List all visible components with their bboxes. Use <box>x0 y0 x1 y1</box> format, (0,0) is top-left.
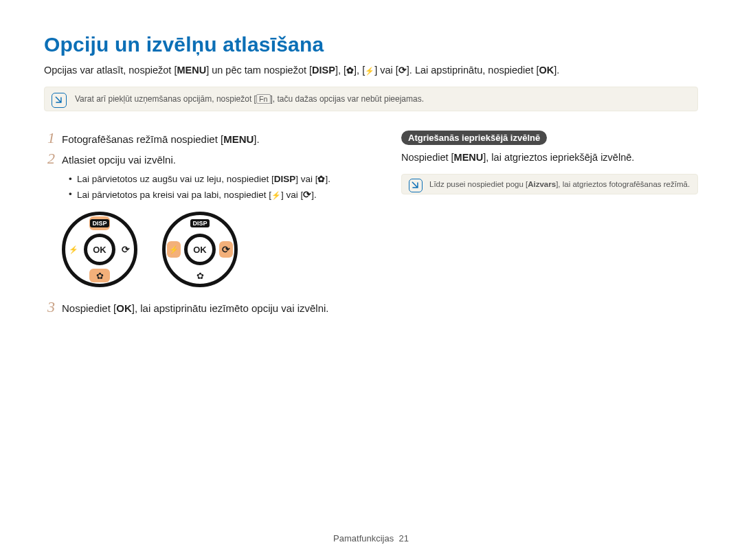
intro-text: ]. Lai apstiprinātu, nospiediet [ <box>407 65 539 76</box>
menu-key: MENU <box>454 150 484 166</box>
dial-vertical: DISP OK <box>62 212 137 287</box>
dial-bottom-macro-icon <box>89 269 110 282</box>
bullet-text: ]. <box>311 190 317 200</box>
note-icon <box>409 179 423 192</box>
dial-top-disp: DISP <box>89 216 110 230</box>
right-text: Nospiediet [MENU], lai atgrieztos ieprie… <box>401 150 698 166</box>
ok-key: OK <box>116 302 132 314</box>
dial-left-flash-icon <box>167 241 181 258</box>
macro-icon <box>317 172 325 186</box>
step-number: 2 <box>44 151 55 166</box>
control-dials: DISP OK DISP OK <box>62 212 374 287</box>
intro-text: ] un pēc tam nospiežot [ <box>206 65 312 76</box>
bullet-text: Lai pārvietotos pa kreisi vai pa labi, n… <box>77 190 271 200</box>
text: Nospiediet [ <box>401 152 454 163</box>
text: ], lai atgrieztos iepriekšējā izvēlnē. <box>483 152 634 163</box>
bullet-text: ]. <box>325 174 330 184</box>
step-text: Nospiediet [ <box>62 302 116 314</box>
shutter-key: Aizvars <box>528 180 556 188</box>
intro-paragraph: Opcijas var atlasīt, nospiežot [MENU] un… <box>44 63 698 78</box>
dial-left-flash-icon <box>67 241 80 258</box>
disp-key: DISP <box>312 63 335 78</box>
dial-horizontal: DISP OK <box>162 212 238 287</box>
step-2: 2 Atlasiet opciju vai izvēlni. <box>44 151 374 168</box>
disp-key: DISP <box>274 172 296 186</box>
timer-icon <box>303 188 311 202</box>
bullet-text: Lai pārvietotos uz augšu vai uz leju, no… <box>77 174 274 184</box>
bullet-text: ] vai [ <box>295 174 317 184</box>
step-number: 3 <box>44 300 55 315</box>
page-footer: Pamatfunkcijas 21 <box>0 533 742 544</box>
macro-icon <box>346 63 354 78</box>
note-text: Līdz pusei nospiediet pogu [ <box>429 180 528 188</box>
dial-bottom-macro-icon <box>190 269 210 282</box>
intro-text: ], [ <box>354 65 365 76</box>
footer-page-number: 21 <box>398 533 408 544</box>
step-3: 3 Nospiediet [OK], lai apstiprinātu iezī… <box>44 300 374 317</box>
intro-text: ]. <box>554 65 559 76</box>
dial-right-timer-icon <box>119 241 133 258</box>
step-1: 1 Fotografēšanas režīmā nospiediet [MENU… <box>44 131 374 148</box>
menu-key: MENU <box>223 132 254 148</box>
menu-key: MENU <box>177 63 206 78</box>
footer-section: Pamatfunkcijas <box>333 533 394 544</box>
timer-icon <box>398 63 407 78</box>
intro-text: Opcijas var atlasīt, nospiežot [ <box>44 65 177 76</box>
info-note: Līdz pusei nospiediet pogu [Aizvars], la… <box>401 174 698 194</box>
note-icon <box>52 93 67 108</box>
step-text: ]. <box>254 133 259 145</box>
flash-icon <box>365 63 374 78</box>
step-text: ], lai apstiprinātu iezīmēto opciju vai … <box>132 302 329 314</box>
ok-key: OK <box>539 65 554 76</box>
step-number: 1 <box>44 131 55 146</box>
intro-text: ], [ <box>335 65 346 76</box>
list-item: Lai pārvietotos pa kreisi vai pa labi, n… <box>69 188 374 202</box>
note-text: Varat arī piekļūt uzņemšanas opcijām, no… <box>75 94 256 104</box>
step-2-bullets: Lai pārvietotos uz augšu vai uz leju, no… <box>69 172 374 203</box>
note-text: ], taču dažas opcijas var nebūt pieejama… <box>271 94 424 104</box>
bullet-text: ] vai [ <box>281 190 303 200</box>
dial-center-ok: OK <box>184 234 216 265</box>
step-text: Atlasiet opciju vai izvēlni. <box>62 151 176 168</box>
info-note: Varat arī piekļūt uzņemšanas opcijām, no… <box>44 87 698 111</box>
subsection-heading: Atgriešanās iepriekšējā izvēlnē <box>401 131 547 145</box>
dial-right-timer-icon <box>219 241 233 258</box>
fn-key: Fn <box>256 94 271 104</box>
flash-icon <box>271 188 281 202</box>
list-item: Lai pārvietotos uz augšu vai uz leju, no… <box>69 172 374 186</box>
page-title: Opciju un izvēlņu atlasīšana <box>44 33 698 56</box>
step-text: Fotografēšanas režīmā nospiediet [ <box>62 133 223 145</box>
right-column: Atgriešanās iepriekšējā izvēlnē Nospiedi… <box>401 131 698 321</box>
dial-center-ok: OK <box>84 234 115 265</box>
note-text: ], lai atgrieztos fotografēšanas režīmā. <box>556 180 690 188</box>
intro-text: ] vai [ <box>374 65 398 76</box>
dial-top-disp: DISP <box>190 216 210 230</box>
left-column: 1 Fotografēšanas režīmā nospiediet [MENU… <box>44 131 374 321</box>
